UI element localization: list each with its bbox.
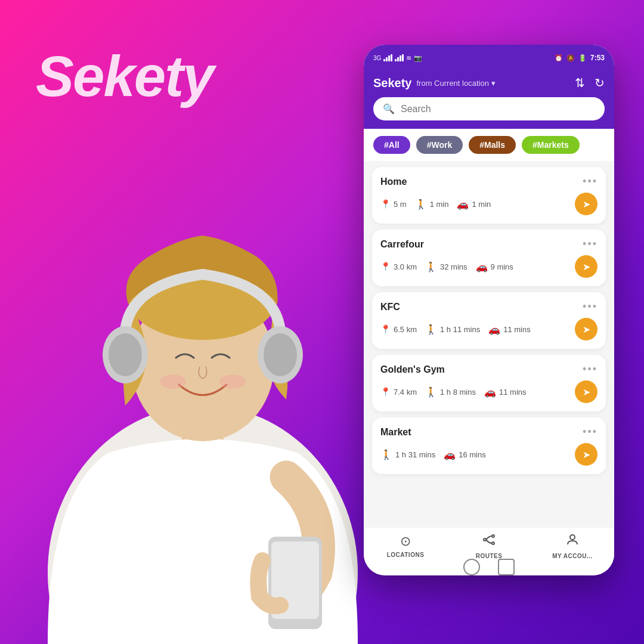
- account-icon: [565, 532, 580, 550]
- car-market: 🚗 16 mins: [444, 449, 486, 460]
- status-right: ⏰ 🔕 🔋 7:53: [555, 54, 605, 62]
- location-name-home: Home: [380, 177, 407, 187]
- walk-carrefour: 🚶 32 mins: [425, 261, 467, 273]
- chevron-down-icon: ▾: [491, 79, 496, 88]
- car-kfc: 🚗 11 mins: [488, 324, 531, 335]
- car-time-market: 16 mins: [459, 450, 486, 459]
- location-card-carrefour: Carrefour ••• 📍 3.0 km 🚶 32 mins 🚗 9 min…: [372, 230, 606, 286]
- chip-markets[interactable]: #Markets: [522, 136, 580, 154]
- car-icon-market: 🚗: [444, 449, 456, 460]
- car-time-home: 1 min: [472, 200, 491, 209]
- signal-bars: [383, 54, 392, 61]
- navigate-btn-kfc[interactable]: ➤: [575, 318, 597, 340]
- location-card-market: Market ••• 🚶 1 h 31 mins 🚗 16 mins ➤: [372, 417, 606, 474]
- distance-value-carrefour: 3.0 km: [394, 262, 417, 271]
- distance-gym: 📍 7.4 km: [380, 387, 417, 397]
- walk-icon-carrefour: 🚶: [425, 261, 437, 273]
- pin-icon-gym: 📍: [380, 387, 391, 397]
- svg-point-14: [492, 535, 494, 537]
- card-header-home: Home •••: [380, 175, 597, 188]
- car-icon-kfc: 🚗: [488, 324, 500, 335]
- walk-icon-market: 🚶: [380, 449, 392, 460]
- chip-work[interactable]: #Work: [416, 136, 463, 154]
- more-options-kfc[interactable]: •••: [583, 301, 597, 313]
- nav-item-account[interactable]: MY ACCOU...: [531, 528, 614, 559]
- navigate-btn-home[interactable]: ➤: [575, 193, 597, 215]
- car-icon-carrefour: 🚗: [476, 261, 488, 273]
- card-header-carrefour: Carrefour •••: [380, 238, 597, 250]
- search-icon: 🔍: [383, 103, 395, 114]
- refresh-button[interactable]: ↻: [595, 76, 605, 90]
- routes-icon: [482, 532, 496, 550]
- card-details-kfc: 📍 6.5 km 🚶 1 h 11 mins 🚗 11 mins ➤: [380, 318, 597, 340]
- home-gesture-circle[interactable]: [463, 559, 480, 575]
- walk-icon-gym: 🚶: [425, 386, 437, 398]
- routes-label: ROUTES: [476, 553, 503, 559]
- nav-item-routes[interactable]: ROUTES: [447, 528, 531, 559]
- filter-chips: #All #Work #Malls #Markets: [364, 129, 614, 161]
- location-card-home: Home ••• 📍 5 m 🚶 1 min 🚗 1 min ➤: [372, 167, 606, 224]
- car-icon-home: 🚗: [457, 199, 469, 210]
- header-row: Sekety from Current location ▾ ⇅ ↻: [373, 76, 605, 90]
- nav-item-locations[interactable]: ⊙ LOCATIONS: [364, 529, 447, 558]
- location-name-carrefour: Carrefour: [380, 239, 424, 250]
- navigate-btn-carrefour[interactable]: ➤: [575, 255, 597, 278]
- car-time-kfc: 11 mins: [503, 325, 531, 334]
- pin-icon-home: 📍: [380, 199, 391, 209]
- distance-home: 📍 5 m: [380, 199, 407, 209]
- locations-icon: ⊙: [400, 534, 411, 549]
- car-icon-gym: 🚗: [484, 386, 496, 398]
- search-input[interactable]: [401, 104, 595, 114]
- more-options-gym[interactable]: •••: [583, 363, 597, 376]
- car-home: 🚗 1 min: [457, 199, 491, 210]
- location-name-kfc: KFC: [380, 302, 400, 312]
- car-gym: 🚗 11 mins: [484, 386, 527, 398]
- battery-icon: 🔋: [578, 54, 587, 62]
- more-options-carrefour[interactable]: •••: [583, 238, 597, 250]
- navigate-btn-market[interactable]: ➤: [575, 443, 597, 466]
- brand-title: Sekety: [36, 48, 213, 105]
- sound-icon: 🔕: [566, 54, 575, 62]
- svg-point-15: [492, 542, 494, 544]
- card-header-gym: Golden's Gym •••: [380, 363, 597, 376]
- pin-icon-kfc: 📍: [380, 324, 391, 334]
- app-header: Sekety from Current location ▾ ⇅ ↻ 🔍: [364, 71, 614, 129]
- car-time-carrefour: 9 mins: [491, 262, 513, 271]
- signal-bars-2: [395, 54, 404, 61]
- distance-kfc: 📍 6.5 km: [380, 324, 417, 334]
- more-options-market[interactable]: •••: [583, 426, 597, 438]
- distance-carrefour: 📍 3.0 km: [380, 262, 417, 271]
- walk-time-kfc: 1 h 11 mins: [440, 325, 480, 334]
- svg-point-8: [109, 333, 142, 376]
- car-time-gym: 11 mins: [499, 388, 527, 397]
- chip-all[interactable]: #All: [373, 136, 410, 154]
- header-location[interactable]: from Current location ▾: [417, 79, 496, 88]
- pin-icon-carrefour: 📍: [380, 262, 391, 271]
- walk-icon-kfc: 🚶: [425, 324, 437, 335]
- location-name-gym: Golden's Gym: [380, 364, 445, 375]
- time-display: 7:53: [590, 54, 605, 62]
- status-bar: 3G ≋ 📷 ⏰ 🔕 🔋 7:53: [364, 45, 614, 71]
- distance-value-kfc: 6.5 km: [394, 325, 417, 334]
- person-illustration: [0, 107, 405, 644]
- search-bar[interactable]: 🔍: [373, 97, 605, 120]
- back-gesture-rect[interactable]: [498, 559, 515, 575]
- navigate-btn-gym[interactable]: ➤: [575, 380, 597, 403]
- walk-market: 🚶 1 h 31 mins: [380, 449, 435, 460]
- walk-time-home: 1 min: [430, 200, 449, 209]
- car-carrefour: 🚗 9 mins: [476, 261, 513, 273]
- status-left: 3G ≋ 📷: [373, 54, 422, 62]
- wifi-icon: ≋: [406, 54, 411, 62]
- chip-malls[interactable]: #Malls: [469, 136, 516, 154]
- nav-bottom-bar: [364, 559, 614, 575]
- sort-button[interactable]: ⇅: [575, 76, 585, 90]
- walk-icon-home: 🚶: [415, 199, 427, 210]
- header-actions: ⇅ ↻: [575, 76, 605, 90]
- card-header-kfc: KFC •••: [380, 301, 597, 313]
- distance-value-home: 5 m: [394, 200, 407, 209]
- location-card-gym: Golden's Gym ••• 📍 7.4 km 🚶 1 h 8 mins 🚗…: [372, 355, 606, 411]
- network-indicator: 3G: [373, 55, 381, 61]
- more-options-home[interactable]: •••: [583, 175, 597, 188]
- walk-time-market: 1 h 31 mins: [395, 450, 435, 459]
- walk-kfc: 🚶 1 h 11 mins: [425, 324, 480, 335]
